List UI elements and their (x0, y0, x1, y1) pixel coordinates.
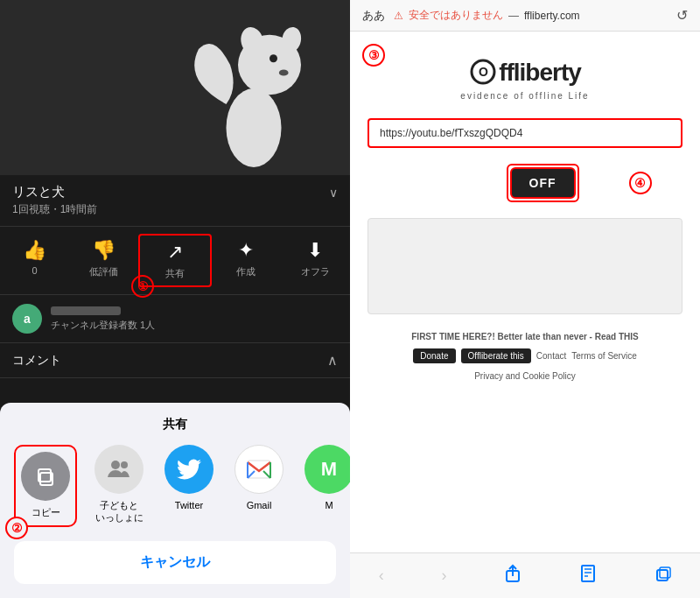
copy-share-item[interactable]: コピー ② (14, 445, 77, 527)
browser-nav-bar: ‹ › (350, 552, 700, 598)
terms-link[interactable]: Terms of Service (571, 348, 636, 363)
bookmarks-icon (579, 564, 597, 583)
tabs-button[interactable] (643, 561, 682, 590)
action-bar: 👍 0 👎 低評価 ↗ 共有 ① ✦ 作成 ⬇ オフラ (0, 227, 350, 295)
browser-content: ③ O ffliberty evidence of offline Life h… (350, 32, 700, 552)
video-meta: 1回視聴・1時間前 (12, 202, 338, 217)
cancel-button[interactable]: キャンセル (14, 541, 336, 584)
copy-label: コピー (32, 506, 60, 518)
video-area (0, 0, 350, 175)
channel-name-blur (51, 306, 121, 315)
svg-rect-16 (660, 567, 670, 578)
step4-indicator: ④ (629, 172, 652, 194)
squirrel-silhouette (175, 18, 332, 175)
footer-cta: FIRST TIME HERE?! Better late than never… (350, 323, 700, 345)
like-count: 0 (32, 265, 38, 276)
svg-point-4 (279, 69, 289, 75)
download-icon: ⬇ (307, 239, 323, 262)
tabs-icon (654, 565, 671, 582)
logo-text: ffliberty (499, 59, 581, 87)
family-share-item[interactable]: 子どもと いっしょに (91, 445, 147, 527)
video-info: リスと犬 ∨ 1回視聴・1時間前 (0, 175, 350, 227)
gmail-icon (246, 459, 272, 480)
privacy-link[interactable]: Privacy and Cookie Policy (474, 369, 576, 383)
url-input-value: https://youtu.be/fTxszgQDQD4 (380, 127, 522, 139)
thumbs-up-icon: 👍 (23, 239, 46, 262)
avatar: a (12, 304, 42, 334)
off-button-wrapper[interactable]: OFF (507, 164, 579, 202)
share-label: 共有 (165, 267, 185, 280)
copy-icon-circle (21, 452, 70, 501)
channel-row: a チャンネル登録者数 1人 (0, 295, 350, 343)
create-icon: ✦ (238, 239, 254, 262)
url-display: ffliberty.com (524, 10, 580, 22)
offliberty-tagline: evidence of offline Life (460, 91, 589, 101)
twitter-bird-icon (177, 459, 201, 480)
family-icon-circle (94, 445, 144, 494)
thumbs-down-icon: 👎 (92, 239, 116, 262)
more-share-item[interactable]: M M (301, 445, 350, 527)
create-label: 作成 (236, 265, 256, 278)
download-label: オフラ (301, 265, 330, 278)
like-button[interactable]: 👍 0 (0, 234, 69, 287)
family-label: 子どもと いっしょに (95, 499, 144, 524)
gmail-icon-circle (234, 445, 284, 494)
channel-info: チャンネル登録者数 1人 (51, 306, 338, 332)
svg-text:O: O (479, 65, 488, 79)
dislike-button[interactable]: 👎 低評価 (69, 234, 138, 287)
step3-indicator: ③ (362, 44, 385, 67)
channel-subs: チャンネル登録者数 1人 (51, 319, 338, 332)
back-button[interactable]: ‹ (368, 563, 395, 588)
offliberate-button[interactable]: Offliberate this (461, 348, 531, 363)
more-label: M (325, 499, 332, 511)
url-input-box[interactable]: https://youtu.be/fTxszgQDQD4 (368, 118, 682, 148)
comment-label: コメント (12, 353, 61, 369)
svg-point-5 (270, 54, 277, 62)
more-icon-circle: M (304, 445, 350, 494)
share-nav-icon (504, 564, 522, 583)
video-title: リスと犬 (12, 184, 65, 201)
dislike-label: 低評価 (89, 265, 118, 278)
chevron-down-icon: ∨ (329, 186, 338, 200)
offliberty-circle-icon: O (469, 58, 497, 86)
security-text: 安全ではありません (409, 8, 503, 23)
right-panel: ああ ⚠ 安全ではありません — ffliberty.com ↺ ③ O ffl… (350, 0, 700, 598)
dash-separator: — (508, 10, 519, 22)
contact-link[interactable]: Contact (536, 348, 566, 363)
refresh-icon[interactable]: ↺ (676, 7, 688, 24)
svg-point-8 (111, 461, 120, 469)
comment-chevron-icon: ∧ (327, 352, 338, 369)
offliberty-logo: O ffliberty (469, 58, 581, 88)
url-input-section: https://youtu.be/fTxszgQDQD4 (350, 109, 700, 157)
twitter-label: Twitter (175, 499, 203, 511)
donate-button[interactable]: Donate (413, 348, 455, 363)
share-sheet-title: 共有 (0, 417, 350, 433)
browser-bar: ああ ⚠ 安全ではありません — ffliberty.com ↺ (350, 0, 700, 32)
twitter-icon-circle (164, 445, 214, 494)
left-panel: リスと犬 ∨ 1回視聴・1時間前 👍 0 👎 低評価 ↗ 共有 ① ✦ 作成 ⬇ (0, 0, 350, 598)
browser-url-area[interactable]: ⚠ 安全ではありません — ffliberty.com (394, 8, 668, 23)
twitter-share-item[interactable]: Twitter (161, 445, 217, 527)
step2-indicator: ② (5, 517, 28, 539)
svg-rect-15 (657, 570, 668, 580)
share-icons-row: コピー ② 子どもと いっしょに (0, 445, 350, 541)
comment-section-header: コメント ∧ (0, 343, 350, 378)
share-button[interactable]: ↗ 共有 ① (138, 234, 211, 287)
create-button[interactable]: ✦ 作成 (212, 234, 281, 287)
share-nav-button[interactable] (494, 560, 532, 591)
font-size-indicator: ああ (362, 8, 385, 24)
svg-point-3 (227, 88, 282, 167)
share-sheet: 共有 コピー ② (0, 403, 350, 598)
content-area-blank (368, 218, 682, 314)
off-button[interactable]: OFF (510, 167, 576, 199)
bookmarks-button[interactable] (569, 560, 607, 591)
warning-icon: ⚠ (394, 10, 403, 22)
gmail-share-item[interactable]: Gmail (231, 445, 287, 527)
offliberty-header: ③ O ffliberty evidence of offline Life (350, 32, 700, 109)
download-button[interactable]: ⬇ オフラ (281, 234, 350, 287)
gmail-label: Gmail (247, 499, 272, 511)
svg-rect-14 (582, 566, 594, 581)
copy-icon (33, 464, 58, 489)
svg-point-9 (121, 461, 128, 468)
forward-button[interactable]: › (430, 563, 457, 588)
